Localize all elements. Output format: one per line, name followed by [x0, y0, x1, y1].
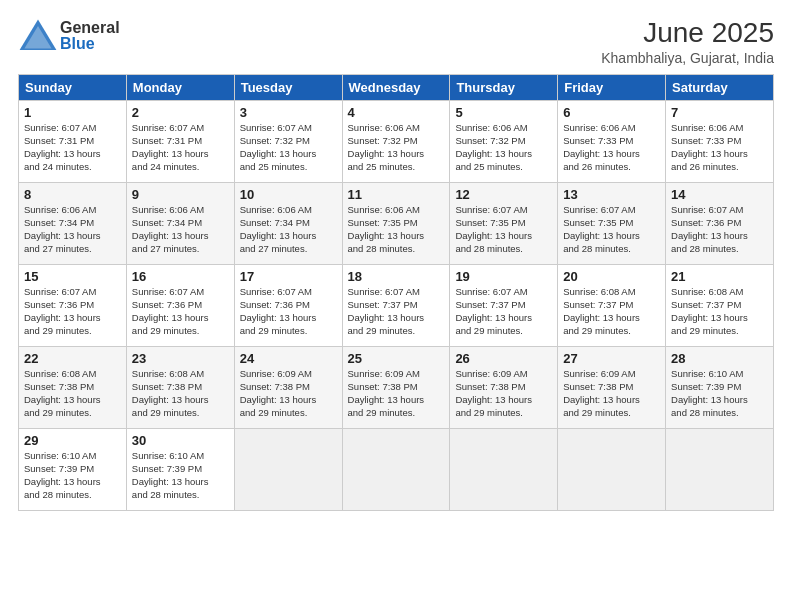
daylight-extra: and 28 minutes.	[132, 489, 200, 500]
day-number: 17	[240, 269, 337, 284]
daylight-extra: and 26 minutes.	[563, 161, 631, 172]
sunset-text: Sunset: 7:32 PM	[455, 135, 525, 146]
calendar-table: Sunday Monday Tuesday Wednesday Thursday…	[18, 74, 774, 511]
daylight-extra: and 29 minutes.	[455, 325, 523, 336]
table-row: 4 Sunrise: 6:06 AM Sunset: 7:32 PM Dayli…	[342, 100, 450, 182]
sunrise-text: Sunrise: 6:08 AM	[671, 286, 743, 297]
sunrise-text: Sunrise: 6:07 AM	[240, 286, 312, 297]
sunset-text: Sunset: 7:39 PM	[24, 463, 94, 474]
daylight-extra: and 29 minutes.	[24, 407, 92, 418]
table-row: 11 Sunrise: 6:06 AM Sunset: 7:35 PM Dayl…	[342, 182, 450, 264]
daylight-extra: and 27 minutes.	[240, 243, 308, 254]
sunset-text: Sunset: 7:36 PM	[671, 217, 741, 228]
sunrise-text: Sunrise: 6:06 AM	[348, 204, 420, 215]
day-info: Sunrise: 6:07 AM Sunset: 7:37 PM Dayligh…	[455, 285, 552, 338]
day-number: 4	[348, 105, 445, 120]
sunrise-text: Sunrise: 6:06 AM	[563, 122, 635, 133]
daylight-text: Daylight: 13 hours	[671, 148, 748, 159]
sunrise-text: Sunrise: 6:07 AM	[132, 286, 204, 297]
daylight-extra: and 28 minutes.	[563, 243, 631, 254]
day-number: 13	[563, 187, 660, 202]
logo-general-text: General	[60, 20, 120, 36]
daylight-extra: and 29 minutes.	[132, 325, 200, 336]
table-row: 27 Sunrise: 6:09 AM Sunset: 7:38 PM Dayl…	[558, 346, 666, 428]
daylight-extra: and 26 minutes.	[671, 161, 739, 172]
daylight-text: Daylight: 13 hours	[671, 312, 748, 323]
sunset-text: Sunset: 7:39 PM	[132, 463, 202, 474]
day-info: Sunrise: 6:06 AM Sunset: 7:34 PM Dayligh…	[24, 203, 121, 256]
title-block: June 2025 Khambhaliya, Gujarat, India	[601, 16, 774, 66]
sunset-text: Sunset: 7:31 PM	[132, 135, 202, 146]
daylight-text: Daylight: 13 hours	[24, 476, 101, 487]
daylight-extra: and 25 minutes.	[348, 161, 416, 172]
table-row: 12 Sunrise: 6:07 AM Sunset: 7:35 PM Dayl…	[450, 182, 558, 264]
day-info: Sunrise: 6:07 AM Sunset: 7:36 PM Dayligh…	[24, 285, 121, 338]
table-row: 6 Sunrise: 6:06 AM Sunset: 7:33 PM Dayli…	[558, 100, 666, 182]
day-number: 22	[24, 351, 121, 366]
sunrise-text: Sunrise: 6:07 AM	[455, 286, 527, 297]
sunset-text: Sunset: 7:35 PM	[348, 217, 418, 228]
sunset-text: Sunset: 7:38 PM	[24, 381, 94, 392]
daylight-extra: and 29 minutes.	[563, 325, 631, 336]
daylight-extra: and 29 minutes.	[455, 407, 523, 418]
calendar-header-row: Sunday Monday Tuesday Wednesday Thursday…	[19, 74, 774, 100]
table-row	[558, 428, 666, 510]
daylight-text: Daylight: 13 hours	[24, 394, 101, 405]
sunrise-text: Sunrise: 6:07 AM	[132, 122, 204, 133]
day-info: Sunrise: 6:07 AM Sunset: 7:35 PM Dayligh…	[563, 203, 660, 256]
day-number: 26	[455, 351, 552, 366]
daylight-extra: and 29 minutes.	[24, 325, 92, 336]
table-row: 22 Sunrise: 6:08 AM Sunset: 7:38 PM Dayl…	[19, 346, 127, 428]
logo-icon	[18, 16, 58, 56]
table-row: 28 Sunrise: 6:10 AM Sunset: 7:39 PM Dayl…	[666, 346, 774, 428]
daylight-text: Daylight: 13 hours	[455, 148, 532, 159]
col-tuesday: Tuesday	[234, 74, 342, 100]
day-info: Sunrise: 6:08 AM Sunset: 7:38 PM Dayligh…	[24, 367, 121, 420]
day-info: Sunrise: 6:06 AM Sunset: 7:33 PM Dayligh…	[563, 121, 660, 174]
table-row: 3 Sunrise: 6:07 AM Sunset: 7:32 PM Dayli…	[234, 100, 342, 182]
daylight-extra: and 29 minutes.	[563, 407, 631, 418]
day-number: 14	[671, 187, 768, 202]
day-info: Sunrise: 6:08 AM Sunset: 7:37 PM Dayligh…	[671, 285, 768, 338]
day-number: 29	[24, 433, 121, 448]
daylight-text: Daylight: 13 hours	[671, 230, 748, 241]
day-info: Sunrise: 6:07 AM Sunset: 7:31 PM Dayligh…	[132, 121, 229, 174]
sunrise-text: Sunrise: 6:07 AM	[455, 204, 527, 215]
daylight-text: Daylight: 13 hours	[240, 394, 317, 405]
daylight-extra: and 24 minutes.	[24, 161, 92, 172]
col-thursday: Thursday	[450, 74, 558, 100]
sunrise-text: Sunrise: 6:06 AM	[132, 204, 204, 215]
daylight-text: Daylight: 13 hours	[563, 312, 640, 323]
sunset-text: Sunset: 7:32 PM	[240, 135, 310, 146]
table-row: 7 Sunrise: 6:06 AM Sunset: 7:33 PM Dayli…	[666, 100, 774, 182]
day-info: Sunrise: 6:08 AM Sunset: 7:38 PM Dayligh…	[132, 367, 229, 420]
daylight-extra: and 28 minutes.	[671, 407, 739, 418]
sunrise-text: Sunrise: 6:06 AM	[671, 122, 743, 133]
sunset-text: Sunset: 7:33 PM	[563, 135, 633, 146]
sunrise-text: Sunrise: 6:09 AM	[563, 368, 635, 379]
table-row: 23 Sunrise: 6:08 AM Sunset: 7:38 PM Dayl…	[126, 346, 234, 428]
daylight-extra: and 28 minutes.	[455, 243, 523, 254]
sunset-text: Sunset: 7:36 PM	[132, 299, 202, 310]
day-info: Sunrise: 6:06 AM Sunset: 7:35 PM Dayligh…	[348, 203, 445, 256]
day-info: Sunrise: 6:09 AM Sunset: 7:38 PM Dayligh…	[240, 367, 337, 420]
table-row: 17 Sunrise: 6:07 AM Sunset: 7:36 PM Dayl…	[234, 264, 342, 346]
daylight-text: Daylight: 13 hours	[24, 312, 101, 323]
daylight-text: Daylight: 13 hours	[132, 394, 209, 405]
day-info: Sunrise: 6:06 AM Sunset: 7:32 PM Dayligh…	[348, 121, 445, 174]
day-number: 11	[348, 187, 445, 202]
table-row: 13 Sunrise: 6:07 AM Sunset: 7:35 PM Dayl…	[558, 182, 666, 264]
sunset-text: Sunset: 7:36 PM	[240, 299, 310, 310]
calendar-week-row: 22 Sunrise: 6:08 AM Sunset: 7:38 PM Dayl…	[19, 346, 774, 428]
day-info: Sunrise: 6:06 AM Sunset: 7:32 PM Dayligh…	[455, 121, 552, 174]
day-info: Sunrise: 6:10 AM Sunset: 7:39 PM Dayligh…	[671, 367, 768, 420]
sunrise-text: Sunrise: 6:08 AM	[132, 368, 204, 379]
day-number: 5	[455, 105, 552, 120]
day-number: 10	[240, 187, 337, 202]
sunset-text: Sunset: 7:34 PM	[24, 217, 94, 228]
table-row: 21 Sunrise: 6:08 AM Sunset: 7:37 PM Dayl…	[666, 264, 774, 346]
daylight-text: Daylight: 13 hours	[348, 312, 425, 323]
table-row: 25 Sunrise: 6:09 AM Sunset: 7:38 PM Dayl…	[342, 346, 450, 428]
day-number: 28	[671, 351, 768, 366]
col-saturday: Saturday	[666, 74, 774, 100]
